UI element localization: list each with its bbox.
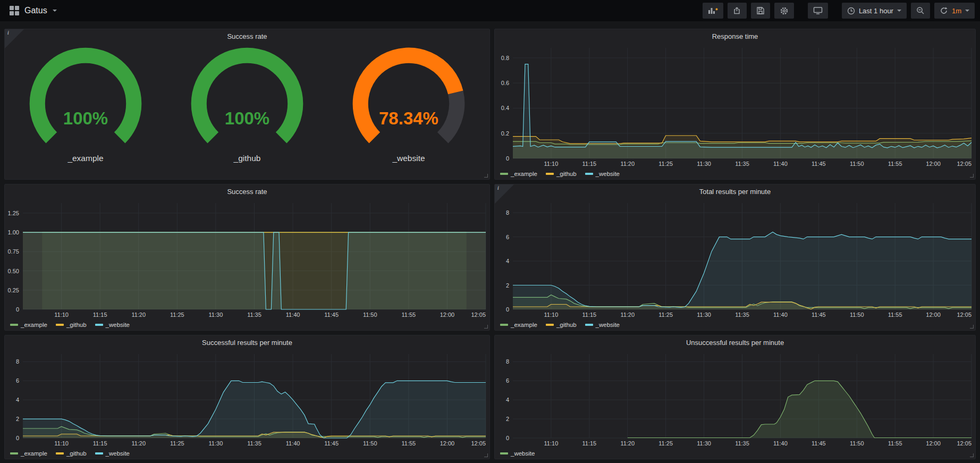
legend-item-_website[interactable]: _website bbox=[585, 171, 620, 177]
gauge-arc-svg bbox=[184, 47, 310, 154]
panel-resize-handle[interactable] bbox=[484, 174, 488, 178]
panel-title[interactable]: Total results per minute bbox=[495, 184, 975, 199]
add-panel-button[interactable] bbox=[703, 3, 723, 19]
gauge-value: 100% bbox=[167, 108, 327, 129]
total-results-chart[interactable]: 0246811:1011:1511:2011:2511:3011:3511:40… bbox=[495, 199, 975, 319]
svg-text:11:35: 11:35 bbox=[247, 440, 261, 447]
legend-item-_example[interactable]: _example bbox=[10, 322, 47, 328]
svg-text:11:25: 11:25 bbox=[170, 440, 184, 447]
svg-text:11:40: 11:40 bbox=[773, 440, 788, 447]
svg-text:6: 6 bbox=[16, 377, 19, 384]
svg-text:11:35: 11:35 bbox=[735, 161, 749, 167]
tv-cycle-button[interactable] bbox=[808, 3, 828, 19]
svg-text:11:10: 11:10 bbox=[54, 312, 69, 318]
panel-resize-handle[interactable] bbox=[970, 325, 974, 329]
svg-text:11:55: 11:55 bbox=[401, 312, 416, 318]
svg-text:11:15: 11:15 bbox=[582, 161, 596, 167]
legend-item-_github[interactable]: _github bbox=[546, 171, 577, 177]
legend-item-_example[interactable]: _example bbox=[10, 450, 47, 457]
dashboard-title[interactable]: Gatus bbox=[24, 6, 47, 15]
panel-title[interactable]: Success rate bbox=[5, 29, 489, 44]
gauge-value: 78.34% bbox=[329, 108, 489, 129]
panel-resize-handle[interactable] bbox=[484, 325, 488, 329]
legend-label: _github bbox=[556, 322, 577, 328]
svg-text:11:20: 11:20 bbox=[620, 312, 635, 318]
legend-swatch bbox=[95, 452, 103, 454]
svg-text:12:00: 12:00 bbox=[440, 312, 455, 318]
svg-text:12:05: 12:05 bbox=[957, 161, 971, 167]
panel-successful-results-per-minute: Successful results per minute 0246811:10… bbox=[4, 335, 490, 459]
svg-text:12:05: 12:05 bbox=[471, 440, 486, 447]
legend-label: _github bbox=[556, 171, 577, 177]
svg-text:11:10: 11:10 bbox=[544, 161, 559, 167]
legend-label: _website bbox=[106, 322, 130, 328]
gauge-label: _example bbox=[6, 154, 166, 163]
svg-text:11:30: 11:30 bbox=[697, 440, 711, 447]
svg-text:11:35: 11:35 bbox=[247, 312, 261, 318]
legend-item-_website[interactable]: _website bbox=[500, 450, 535, 457]
svg-text:11:55: 11:55 bbox=[888, 161, 902, 167]
legend-item-_github[interactable]: _github bbox=[56, 322, 87, 328]
legend-swatch bbox=[10, 324, 18, 326]
response-time-chart[interactable]: 00.20.40.60.811:1011:1511:2011:2511:3011… bbox=[495, 44, 975, 168]
panel-title[interactable]: Successful results per minute bbox=[5, 335, 489, 350]
svg-text:11:30: 11:30 bbox=[209, 440, 223, 447]
svg-text:11:20: 11:20 bbox=[620, 161, 635, 167]
legend-swatch bbox=[546, 173, 554, 175]
svg-text:11:55: 11:55 bbox=[888, 440, 902, 447]
save-button[interactable] bbox=[751, 3, 770, 19]
svg-text:2: 2 bbox=[506, 416, 509, 422]
legend-item-_website[interactable]: _website bbox=[95, 450, 130, 457]
legend-label: _github bbox=[66, 322, 87, 328]
panel-title[interactable]: Response time bbox=[495, 29, 975, 44]
legend-label: _website bbox=[596, 171, 620, 177]
legend-swatch bbox=[56, 324, 64, 326]
zoom-out-button[interactable] bbox=[911, 3, 930, 19]
gauge-value: 100% bbox=[6, 108, 166, 129]
gauge-label: _github bbox=[167, 154, 327, 163]
svg-text:11:45: 11:45 bbox=[812, 312, 826, 318]
unsuccessful-results-chart[interactable]: 0246811:1011:1511:2011:2511:3011:3511:40… bbox=[495, 350, 975, 448]
svg-text:11:25: 11:25 bbox=[170, 312, 184, 318]
gauge-label: _website bbox=[329, 154, 489, 163]
share-icon bbox=[733, 6, 741, 15]
legend-label: _github bbox=[66, 450, 87, 457]
legend-item-_example[interactable]: _example bbox=[500, 171, 537, 177]
svg-text:11:55: 11:55 bbox=[401, 440, 416, 447]
svg-text:0: 0 bbox=[506, 306, 509, 313]
svg-text:4: 4 bbox=[506, 258, 509, 264]
refresh-button[interactable]: 1m bbox=[934, 3, 975, 19]
settings-button[interactable] bbox=[774, 3, 794, 19]
successful-results-chart[interactable]: 0246811:1011:1511:2011:2511:3011:3511:40… bbox=[5, 350, 489, 448]
info-icon: i bbox=[497, 185, 499, 191]
time-range-button[interactable]: Last 1 hour bbox=[842, 3, 907, 19]
legend-item-_example[interactable]: _example bbox=[500, 322, 537, 328]
legend-swatch bbox=[500, 452, 508, 454]
successful-results-per-minute-plot: 0246811:1011:1511:2011:2511:3011:3511:40… bbox=[5, 350, 489, 448]
clock-icon bbox=[847, 7, 855, 15]
legend-item-_github[interactable]: _github bbox=[56, 450, 87, 457]
panel-resize-handle[interactable] bbox=[970, 174, 974, 178]
panel-resize-handle[interactable] bbox=[970, 453, 974, 457]
dashboards-grid-icon[interactable] bbox=[10, 6, 19, 15]
panel-title[interactable]: Success rate bbox=[5, 184, 489, 199]
refresh-icon bbox=[940, 6, 948, 15]
share-button[interactable] bbox=[728, 3, 747, 19]
legend-item-_website[interactable]: _website bbox=[95, 322, 130, 328]
svg-text:8: 8 bbox=[506, 358, 509, 365]
legend-item-_github[interactable]: _github bbox=[546, 322, 577, 328]
svg-text:12:00: 12:00 bbox=[440, 440, 455, 447]
legend-swatch bbox=[56, 452, 64, 454]
success-rate-chart[interactable]: 00.250.500.751.001.2511:1011:1511:2011:2… bbox=[5, 199, 489, 319]
legend-item-_website[interactable]: _website bbox=[585, 322, 620, 328]
svg-text:11:45: 11:45 bbox=[812, 440, 826, 447]
caret-down-icon[interactable] bbox=[53, 10, 57, 12]
legend-label: _website bbox=[511, 450, 535, 457]
legend-label: _example bbox=[21, 322, 47, 328]
svg-text:11:35: 11:35 bbox=[735, 312, 749, 318]
svg-text:0.6: 0.6 bbox=[501, 80, 509, 86]
panel-title[interactable]: Unsuccessful results per minute bbox=[495, 335, 975, 350]
panel-resize-handle[interactable] bbox=[484, 453, 488, 457]
svg-text:11:40: 11:40 bbox=[773, 161, 788, 167]
refresh-interval-label: 1m bbox=[952, 7, 961, 15]
